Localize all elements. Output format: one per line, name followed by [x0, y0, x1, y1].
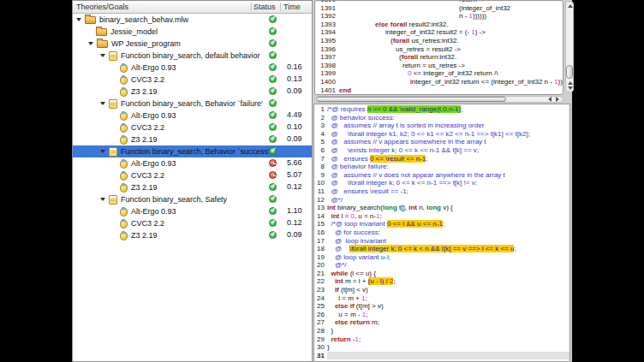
code-line[interactable]: 1397(forall return:int32.: [315, 53, 563, 62]
code-line[interactable]: 1393else forall result2:int32.: [315, 21, 563, 29]
line-text: @ \forall integer k; 0 <= k <= n-1 ==> t…: [327, 179, 569, 187]
column-status[interactable]: Status: [251, 3, 280, 11]
code-line[interactable]: 25 else if (t[m] > v): [314, 302, 569, 311]
tree-row[interactable]: Jessie_model: [73, 26, 312, 38]
code-line[interactable]: 4 @ \forall integer k1, k2; 0 <= k1 <= k…: [314, 130, 569, 139]
code-line[interactable]: 1/*@ requires n >= 0 && \valid_range(t,0…: [314, 105, 569, 114]
tree-row[interactable]: CVC3 2.20.12: [73, 217, 312, 229]
tree-row[interactable]: binary_search_behav.mlw: [73, 14, 312, 26]
scroll-down-icon[interactable]: [568, 86, 573, 90]
tree-row[interactable]: Function binary_search, default behavior: [73, 50, 312, 62]
code-line[interactable]: 22 int m = l + (u - l) / 2;: [314, 277, 569, 286]
time-cell: 0.13: [287, 74, 302, 83]
prover-icon: [120, 184, 128, 193]
tree-row[interactable]: Alt-Ergo 0.934.49: [73, 110, 312, 122]
code-line[interactable]: 18 @ \forall integer k; 0 <= k < n && t[…: [314, 245, 569, 253]
code-line[interactable]: 23 if (t[m] < v): [314, 286, 569, 294]
code-line[interactable]: 1396us_retres = result2 ->: [315, 45, 563, 54]
status-valid-icon: [269, 147, 277, 155]
column-theories-goals[interactable]: Theories/Goals: [73, 3, 251, 11]
code-line[interactable]: 7 @ ensures 0 <= \result <= n-1;: [314, 155, 569, 163]
code-line[interactable]: 5 @ assumes // v appears somewhere in th…: [314, 138, 569, 146]
code-line[interactable]: 30}: [314, 343, 569, 352]
code-line[interactable]: 26 u = m - 1;: [314, 311, 569, 319]
tree-row[interactable]: Z3 2.190.09: [73, 86, 312, 98]
code-line[interactable]: 1400integer_of_int32 return <= (integer_…: [315, 78, 563, 86]
vertical-scrollbar[interactable]: [565, 1, 574, 92]
code-line[interactable]: 29 return -1;: [314, 335, 569, 344]
code-line[interactable]: 27 else return m;: [314, 318, 569, 327]
tree-row[interactable]: Z3 2.190.09: [73, 229, 312, 241]
tree-row[interactable]: Function binary_search, Behavior `failur…: [73, 98, 312, 110]
code-line[interactable]: 13int binary_search(long t[], int n, lon…: [314, 204, 569, 212]
expander-triangle-icon[interactable]: [100, 102, 105, 105]
code-line[interactable]: 28 }: [314, 327, 569, 335]
scrollbar-thumb[interactable]: [316, 97, 506, 102]
scroll-up-icon[interactable]: [568, 4, 573, 8]
line-text: while (l <= u) {: [327, 270, 569, 278]
code-line[interactable]: 13990 <= integer_of_int32 return /\: [315, 69, 563, 78]
tree-row[interactable]: CVC3 2.25.07: [73, 169, 312, 181]
code-segment: v) {: [441, 204, 453, 211]
status-valid-icon: [269, 183, 277, 191]
horizontal-scrollbar[interactable]: [314, 96, 564, 103]
expander-triangle-icon[interactable]: [76, 18, 81, 21]
tree-row[interactable]: CVC3 2.20.13: [73, 74, 312, 86]
scroll-right-icon[interactable]: [556, 97, 559, 102]
code-segment: forall: [402, 53, 419, 61]
row-label: Z3 2.19: [131, 231, 158, 240]
scroll-up-icon[interactable]: [568, 81, 573, 85]
tree-row[interactable]: Alt-Ergo 0.930.16: [73, 62, 312, 74]
row-label: Alt-Ergo 0.93: [131, 63, 176, 72]
code-line[interactable]: 15 /*@ loop invariant 0 <= l && u <= n-1…: [314, 220, 569, 228]
line-number: 14: [314, 212, 327, 221]
code-line[interactable]: 11 @ ensures \result == -1;: [314, 187, 569, 196]
code-line[interactable]: 1391(integer_of_int32: [315, 4, 563, 13]
tree-row[interactable]: Alt-Ergo 0.931.10: [73, 205, 312, 217]
code-line[interactable]: 8 @ behavior failure:: [314, 163, 569, 171]
code-line[interactable]: 3 @ assumes // array t is sorted in incr…: [314, 122, 569, 130]
expander-triangle-icon[interactable]: [100, 198, 105, 201]
row-label: Function binary_search, Safety: [121, 195, 227, 204]
code-line[interactable]: 1395(forall us_retres:int32.: [315, 37, 563, 45]
code-line[interactable]: 2 @ behavior success:: [314, 114, 569, 122]
scroll-left-icon[interactable]: [548, 97, 552, 102]
code-segment: return:int32.: [418, 53, 456, 61]
line-text: int l = 0, u = n-1;: [327, 212, 569, 221]
expander-triangle-icon[interactable]: [100, 150, 105, 153]
line-text: @ ensures \result == -1;: [327, 187, 569, 196]
code-line[interactable]: 14 int l = 0, u = n-1;: [314, 212, 569, 221]
column-time[interactable]: Time: [280, 3, 312, 11]
scrollbar-thumb[interactable]: [566, 65, 573, 79]
code-line[interactable]: 31: [314, 352, 569, 360]
code-line[interactable]: 24 l = m + 1;: [314, 294, 569, 303]
code-line[interactable]: 16 @ for success:: [314, 228, 569, 237]
tree-row[interactable]: WP Jessie_program: [73, 38, 312, 50]
code-line[interactable]: 21 while (l <= u) {: [314, 270, 569, 278]
code-line[interactable]: 12 @*/: [314, 196, 569, 205]
tree-row[interactable]: CVC3 2.20.10: [73, 122, 312, 134]
tree-row[interactable]: Z3 2.190.12: [73, 181, 312, 193]
code-line[interactable]: 1401end: [315, 86, 563, 95]
code-line[interactable]: 6 @ \exists integer k; 0 <= k <= n-1 && …: [314, 146, 569, 155]
tree-row[interactable]: Alt-Ergo 0.935.66: [73, 157, 312, 169]
line-number: 12: [314, 196, 327, 205]
tree-row[interactable]: Function binary_search, Safety: [73, 193, 312, 205]
line-number: 1393: [315, 21, 339, 29]
expander-triangle-icon[interactable]: [100, 54, 105, 57]
code-line[interactable]: 10 @ \forall integer k; 0 <= k <= n-1 ==…: [314, 179, 569, 187]
code-line[interactable]: 20 @*/: [314, 261, 569, 270]
code-line[interactable]: 17 @ loop invariant: [314, 237, 569, 246]
time-cell: 4.49: [287, 110, 302, 119]
code-line[interactable]: 9 @ assumes // v does not appear anywher…: [314, 171, 569, 180]
expander-triangle-icon[interactable]: [88, 42, 93, 45]
line-text: @ \exists integer k; 0 <= k <= n-1 && t[…: [327, 146, 569, 155]
code-line[interactable]: 1398return = us_retres ->: [315, 62, 563, 70]
tree-row[interactable]: Function binary_search, Behavior `succes…: [73, 145, 312, 157]
tree-row[interactable]: Z3 2.190.09: [73, 134, 312, 145]
code-line[interactable]: 1392n - 1)))))): [315, 12, 563, 21]
code-line[interactable]: 1394integer_of_int32 result2 = (- 1) ->: [315, 28, 563, 37]
code-segment: ;: [426, 155, 427, 163]
code-line[interactable]: 19 @ loop variant u-l;: [314, 253, 569, 262]
code-segment: return <=: [459, 0, 486, 3]
